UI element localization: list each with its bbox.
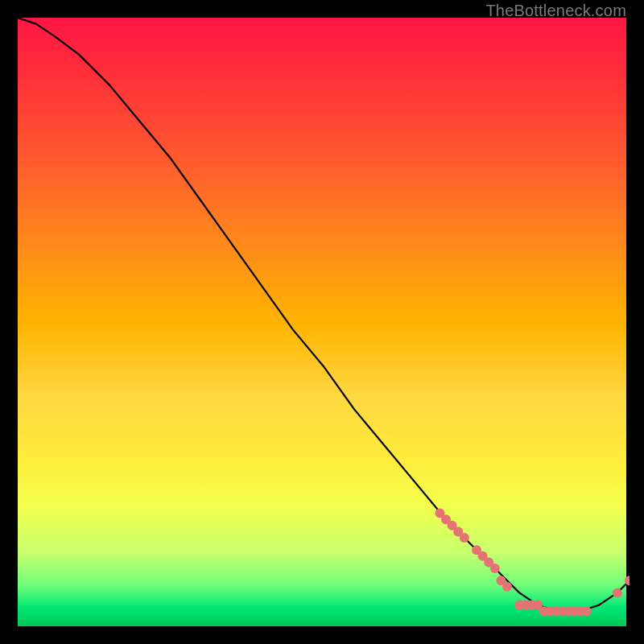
marker-point (472, 545, 481, 555)
marker-point (539, 606, 549, 616)
marker-point (551, 606, 561, 616)
marker-point (490, 564, 500, 573)
marker-point (448, 521, 457, 530)
marker-point (625, 576, 630, 585)
marker-point (460, 533, 469, 543)
marker-point (521, 601, 530, 610)
chart-svg (18, 18, 630, 630)
marker-point (582, 606, 592, 616)
chart-container: TheBottleneck.com (0, 0, 644, 644)
bottleneck-curve (18, 18, 630, 611)
marker-layer (435, 509, 630, 617)
marker-point (613, 588, 622, 597)
marker-point (514, 601, 524, 610)
marker-point (484, 557, 493, 567)
curve-layer (18, 18, 630, 611)
marker-point (453, 526, 463, 536)
marker-point (564, 606, 573, 616)
marker-point (502, 582, 512, 592)
marker-point (478, 551, 488, 561)
marker-point (570, 606, 580, 616)
marker-point (533, 601, 543, 610)
marker-point (557, 606, 567, 616)
marker-point (545, 606, 555, 616)
marker-point (496, 576, 506, 585)
marker-point (526, 601, 536, 610)
marker-point (435, 509, 444, 518)
plot-area (16, 16, 628, 628)
marker-point (441, 514, 451, 524)
marker-point (576, 606, 585, 616)
